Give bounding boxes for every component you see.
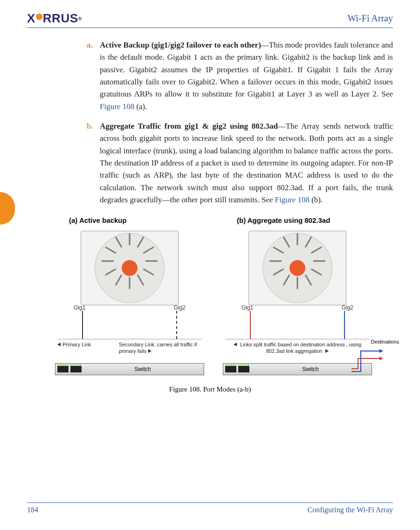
array-device-a	[81, 231, 179, 305]
list-marker-a: a.	[87, 39, 100, 113]
switch-a: Switch	[55, 363, 204, 375]
page-header: X RRUS ® Wi-Fi Array	[27, 11, 393, 28]
page-footer: 184 Configuring the Wi-Fi Array	[27, 502, 393, 514]
destination-arrows-icon	[351, 342, 383, 374]
figure-caption: Figure 108. Port Modes (a-b)	[27, 385, 393, 393]
switch-ports-icon	[70, 366, 82, 372]
item-b-title: Aggregate Traffic from gig1 & gig2 using…	[100, 122, 278, 131]
logo-part2: RRUS	[43, 11, 78, 26]
item-a-tail: (a).	[134, 102, 147, 111]
figure-ref-a[interactable]: Figure 108	[100, 102, 134, 111]
switch-ports-icon	[238, 366, 249, 372]
switch-ports-icon	[225, 366, 236, 372]
gig1-link-line	[250, 311, 251, 339]
logo-registered: ®	[78, 16, 83, 21]
figure-ref-b[interactable]: Figure 108	[275, 195, 310, 204]
switch-ports-icon	[57, 366, 69, 372]
item-b-tail: (b).	[310, 195, 323, 204]
logo-part1: X	[27, 11, 35, 26]
diagram-b-title: (b) Aggregate using 802.3ad	[223, 216, 372, 224]
item-b-text: —The Array sends network traffic across …	[100, 122, 393, 204]
gig2-label-a: Gig2	[174, 304, 186, 311]
primary-link-annotation: Primary Link	[57, 342, 115, 348]
array-device-b	[248, 231, 346, 305]
primary-link-line	[82, 311, 83, 339]
gig1-label-b: Gig1	[241, 304, 253, 311]
list-item-a: a. Active Backup (gig1/gig2 failover to …	[87, 39, 393, 113]
aggregation-annotation: Links split traffic based on destination…	[225, 342, 370, 355]
secondary-link-annotation: Secondary Link: carries all traffic if p…	[119, 342, 200, 355]
switch-b: Switch	[223, 363, 372, 375]
diagram-a: (a) Active backup Gig	[55, 216, 204, 375]
figure-108: (a) Active backup Gig	[55, 216, 393, 375]
diagram-a-title: (a) Active backup	[55, 216, 204, 224]
gig1-label-a: Gig1	[74, 304, 85, 311]
svg-marker-1	[379, 357, 383, 360]
secondary-link-line	[176, 311, 177, 339]
item-a-title: Active Backup (gig1/gig2 failover to eac…	[100, 41, 261, 49]
diagram-b: (b) Aggregate using 802.3ad	[223, 216, 372, 375]
page-number: 184	[27, 506, 38, 514]
switch-label-a: Switch	[83, 366, 202, 372]
footer-section-title: Configuring the Wi-Fi Array	[308, 506, 393, 514]
list-item-b: b. Aggregate Traffic from gig1 & gig2 us…	[87, 120, 393, 206]
svg-marker-0	[379, 349, 383, 353]
list-marker-b: b.	[87, 120, 100, 206]
logo-dot-icon	[36, 14, 42, 20]
gig2-label-b: Gig2	[342, 304, 353, 311]
document-title: Wi-Fi Array	[347, 13, 393, 24]
gig2-link-line	[344, 311, 345, 339]
brand-logo: X RRUS ®	[27, 11, 82, 26]
